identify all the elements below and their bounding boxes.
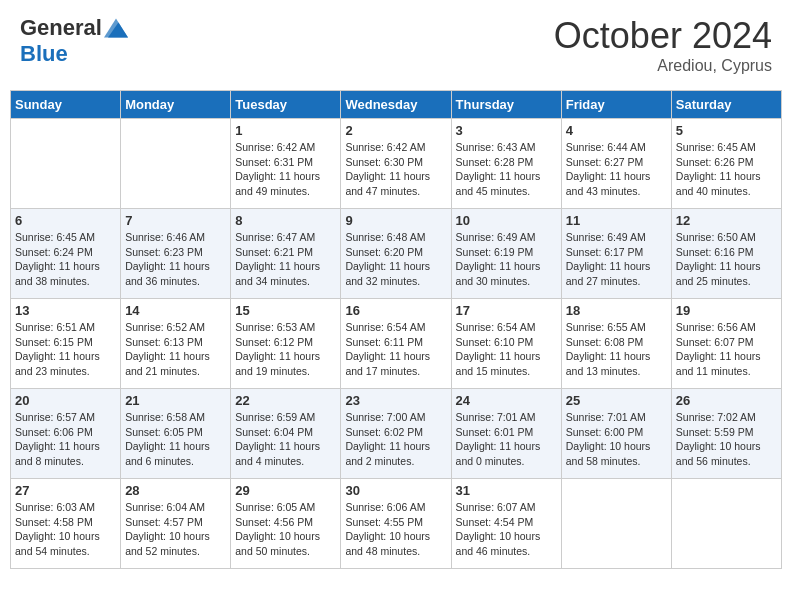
weekday-header-thursday: Thursday (451, 91, 561, 119)
day-info: Sunrise: 6:54 AM Sunset: 6:11 PM Dayligh… (345, 320, 446, 379)
weekday-header-tuesday: Tuesday (231, 91, 341, 119)
day-info: Sunrise: 6:46 AM Sunset: 6:23 PM Dayligh… (125, 230, 226, 289)
calendar-cell: 26Sunrise: 7:02 AM Sunset: 5:59 PM Dayli… (671, 389, 781, 479)
calendar-cell: 29Sunrise: 6:05 AM Sunset: 4:56 PM Dayli… (231, 479, 341, 569)
day-number: 14 (125, 303, 226, 318)
day-number: 28 (125, 483, 226, 498)
calendar-cell: 4Sunrise: 6:44 AM Sunset: 6:27 PM Daylig… (561, 119, 671, 209)
day-info: Sunrise: 6:06 AM Sunset: 4:55 PM Dayligh… (345, 500, 446, 559)
day-number: 4 (566, 123, 667, 138)
day-info: Sunrise: 7:00 AM Sunset: 6:02 PM Dayligh… (345, 410, 446, 469)
day-number: 10 (456, 213, 557, 228)
calendar-cell: 3Sunrise: 6:43 AM Sunset: 6:28 PM Daylig… (451, 119, 561, 209)
calendar-cell: 27Sunrise: 6:03 AM Sunset: 4:58 PM Dayli… (11, 479, 121, 569)
day-number: 27 (15, 483, 116, 498)
day-number: 8 (235, 213, 336, 228)
day-number: 21 (125, 393, 226, 408)
calendar-cell: 1Sunrise: 6:42 AM Sunset: 6:31 PM Daylig… (231, 119, 341, 209)
day-number: 9 (345, 213, 446, 228)
calendar-cell (671, 479, 781, 569)
calendar-cell: 21Sunrise: 6:58 AM Sunset: 6:05 PM Dayli… (121, 389, 231, 479)
calendar-cell: 10Sunrise: 6:49 AM Sunset: 6:19 PM Dayli… (451, 209, 561, 299)
weekday-header-wednesday: Wednesday (341, 91, 451, 119)
day-number: 19 (676, 303, 777, 318)
day-number: 25 (566, 393, 667, 408)
day-number: 15 (235, 303, 336, 318)
day-info: Sunrise: 7:01 AM Sunset: 6:00 PM Dayligh… (566, 410, 667, 469)
day-info: Sunrise: 6:58 AM Sunset: 6:05 PM Dayligh… (125, 410, 226, 469)
calendar-cell: 16Sunrise: 6:54 AM Sunset: 6:11 PM Dayli… (341, 299, 451, 389)
calendar-cell: 15Sunrise: 6:53 AM Sunset: 6:12 PM Dayli… (231, 299, 341, 389)
weekday-header-friday: Friday (561, 91, 671, 119)
logo-icon (104, 16, 128, 40)
day-number: 7 (125, 213, 226, 228)
logo-blue-text: Blue (20, 41, 68, 67)
calendar-cell (11, 119, 121, 209)
day-info: Sunrise: 6:45 AM Sunset: 6:26 PM Dayligh… (676, 140, 777, 199)
day-info: Sunrise: 6:47 AM Sunset: 6:21 PM Dayligh… (235, 230, 336, 289)
calendar-cell: 17Sunrise: 6:54 AM Sunset: 6:10 PM Dayli… (451, 299, 561, 389)
calendar-week-1: 1Sunrise: 6:42 AM Sunset: 6:31 PM Daylig… (11, 119, 782, 209)
calendar-cell (121, 119, 231, 209)
day-info: Sunrise: 6:59 AM Sunset: 6:04 PM Dayligh… (235, 410, 336, 469)
calendar-week-2: 6Sunrise: 6:45 AM Sunset: 6:24 PM Daylig… (11, 209, 782, 299)
day-info: Sunrise: 6:05 AM Sunset: 4:56 PM Dayligh… (235, 500, 336, 559)
day-number: 31 (456, 483, 557, 498)
day-info: Sunrise: 6:45 AM Sunset: 6:24 PM Dayligh… (15, 230, 116, 289)
page-header: General Blue October 2024 Arediou, Cypru… (10, 10, 782, 80)
day-info: Sunrise: 6:54 AM Sunset: 6:10 PM Dayligh… (456, 320, 557, 379)
calendar-cell: 22Sunrise: 6:59 AM Sunset: 6:04 PM Dayli… (231, 389, 341, 479)
calendar-cell: 5Sunrise: 6:45 AM Sunset: 6:26 PM Daylig… (671, 119, 781, 209)
day-info: Sunrise: 6:48 AM Sunset: 6:20 PM Dayligh… (345, 230, 446, 289)
calendar-cell: 7Sunrise: 6:46 AM Sunset: 6:23 PM Daylig… (121, 209, 231, 299)
calendar-cell (561, 479, 671, 569)
logo: General Blue (20, 15, 128, 67)
calendar-cell: 14Sunrise: 6:52 AM Sunset: 6:13 PM Dayli… (121, 299, 231, 389)
calendar-cell: 8Sunrise: 6:47 AM Sunset: 6:21 PM Daylig… (231, 209, 341, 299)
day-number: 18 (566, 303, 667, 318)
day-number: 13 (15, 303, 116, 318)
day-number: 29 (235, 483, 336, 498)
day-number: 22 (235, 393, 336, 408)
weekday-header-monday: Monday (121, 91, 231, 119)
day-info: Sunrise: 6:56 AM Sunset: 6:07 PM Dayligh… (676, 320, 777, 379)
weekday-header-row: SundayMondayTuesdayWednesdayThursdayFrid… (11, 91, 782, 119)
day-info: Sunrise: 6:51 AM Sunset: 6:15 PM Dayligh… (15, 320, 116, 379)
weekday-header-saturday: Saturday (671, 91, 781, 119)
day-number: 1 (235, 123, 336, 138)
day-info: Sunrise: 6:03 AM Sunset: 4:58 PM Dayligh… (15, 500, 116, 559)
calendar-cell: 20Sunrise: 6:57 AM Sunset: 6:06 PM Dayli… (11, 389, 121, 479)
month-title: October 2024 (554, 15, 772, 57)
day-number: 6 (15, 213, 116, 228)
calendar-cell: 31Sunrise: 6:07 AM Sunset: 4:54 PM Dayli… (451, 479, 561, 569)
day-number: 11 (566, 213, 667, 228)
day-number: 20 (15, 393, 116, 408)
day-number: 26 (676, 393, 777, 408)
calendar-cell: 19Sunrise: 6:56 AM Sunset: 6:07 PM Dayli… (671, 299, 781, 389)
calendar-cell: 25Sunrise: 7:01 AM Sunset: 6:00 PM Dayli… (561, 389, 671, 479)
weekday-header-sunday: Sunday (11, 91, 121, 119)
logo-general-text: General (20, 15, 102, 41)
calendar-cell: 9Sunrise: 6:48 AM Sunset: 6:20 PM Daylig… (341, 209, 451, 299)
calendar-cell: 11Sunrise: 6:49 AM Sunset: 6:17 PM Dayli… (561, 209, 671, 299)
day-info: Sunrise: 7:02 AM Sunset: 5:59 PM Dayligh… (676, 410, 777, 469)
day-number: 23 (345, 393, 446, 408)
day-info: Sunrise: 6:49 AM Sunset: 6:17 PM Dayligh… (566, 230, 667, 289)
location-subtitle: Arediou, Cyprus (554, 57, 772, 75)
calendar-cell: 18Sunrise: 6:55 AM Sunset: 6:08 PM Dayli… (561, 299, 671, 389)
day-number: 5 (676, 123, 777, 138)
calendar-cell: 23Sunrise: 7:00 AM Sunset: 6:02 PM Dayli… (341, 389, 451, 479)
title-section: October 2024 Arediou, Cyprus (554, 15, 772, 75)
day-info: Sunrise: 7:01 AM Sunset: 6:01 PM Dayligh… (456, 410, 557, 469)
day-info: Sunrise: 6:44 AM Sunset: 6:27 PM Dayligh… (566, 140, 667, 199)
calendar-week-3: 13Sunrise: 6:51 AM Sunset: 6:15 PM Dayli… (11, 299, 782, 389)
day-info: Sunrise: 6:49 AM Sunset: 6:19 PM Dayligh… (456, 230, 557, 289)
calendar-week-4: 20Sunrise: 6:57 AM Sunset: 6:06 PM Dayli… (11, 389, 782, 479)
day-number: 17 (456, 303, 557, 318)
day-number: 3 (456, 123, 557, 138)
day-number: 24 (456, 393, 557, 408)
day-number: 30 (345, 483, 446, 498)
calendar-cell: 24Sunrise: 7:01 AM Sunset: 6:01 PM Dayli… (451, 389, 561, 479)
day-info: Sunrise: 6:42 AM Sunset: 6:30 PM Dayligh… (345, 140, 446, 199)
day-number: 16 (345, 303, 446, 318)
